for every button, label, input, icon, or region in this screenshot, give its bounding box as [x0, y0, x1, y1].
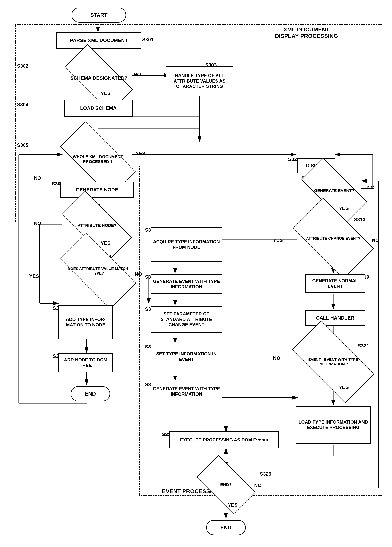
generate-node-label: GENERATE NODE: [76, 187, 118, 193]
schema-yes-label: YES: [101, 90, 111, 96]
attr-change-no-label: NO: [372, 237, 379, 243]
set-type-info-label: SET TYPE INFORMATION IN EVENT: [151, 351, 222, 362]
generate-event-type2-label: GENERATE EVENT WITH TYPE INFORMATION: [151, 386, 222, 397]
load-type-info-label: LOAD TYPE INFORMATION AND EXECUTE PROCES…: [296, 419, 370, 430]
set-parameter-shape: SET PARAMETER OF STANDARD ATTRIBUTE CHAN…: [151, 306, 222, 333]
handle-type-label: HANDLE TYPE OF ALL ATTRIBUTE VALUES AS C…: [166, 73, 233, 89]
call-handler-label: CALL HANDLER: [316, 315, 354, 321]
handle-type-shape: HANDLE TYPE OF ALL ATTRIBUTE VALUES AS C…: [166, 66, 233, 96]
execute-dom-label: EXECUTE PROCESSING AS DOM Events: [180, 437, 268, 443]
attr-change-yes-label: YES: [273, 237, 283, 243]
whole-yes-label: YES: [136, 151, 145, 157]
s301-label: S301: [142, 37, 154, 43]
generate-normal-shape: GENERATE NORMAL EVENT: [305, 274, 365, 293]
generate-event-label: GENERATE EVENT?: [314, 188, 354, 193]
add-type-info-label: ADD TYPE INFOR-MATION TO NODE: [59, 317, 113, 328]
execute-dom-shape: EXECUTE PROCESSING AS DOM Events: [169, 431, 279, 448]
attr-change-event-label: ATTRIBUTE CHANGE EVENT?: [306, 236, 360, 241]
schema-designated-label: SCHEMA DESIGNATED?: [70, 75, 127, 81]
diagram-container: XML DOCUMENT DISPLAY PROCESSING EVENT PR…: [0, 0, 392, 547]
set-type-info-shape: SET TYPE INFORMATION IN EVENT: [151, 344, 222, 369]
event-type-yes-label: YES: [339, 384, 349, 390]
gen-event-yes-label: YES: [339, 205, 349, 211]
load-schema-label: LOAD SCHEMA: [80, 105, 117, 111]
whole-xml-label: WHOLE XML DOCUMENT PROCESSED ?: [65, 154, 131, 164]
gen-event-no-label: NO: [367, 185, 374, 191]
s304-label: S304: [17, 102, 28, 108]
generate-normal-label: GENERATE NORMAL EVENT: [306, 278, 365, 289]
add-node-shape: ADD NODE TO DOM TREE: [58, 353, 113, 372]
add-type-info-shape: ADD TYPE INFOR-MATION TO NODE: [58, 305, 113, 339]
whole-no-label: NO: [34, 175, 41, 181]
load-schema-shape: LOAD SCHEMA: [64, 100, 133, 117]
end-bottom-left-shape: END: [71, 386, 110, 401]
does-attribute-label: DOES ATTRIBUTE VALUE MATCH TYPE?: [65, 267, 131, 275]
call-handler-shape: CALL HANDLER: [305, 310, 365, 326]
s305-label: S305: [17, 142, 28, 148]
acquire-type-label: ACQUIRE TYPE INFORMATION FROM NODE: [151, 239, 222, 250]
end-final-label: END: [220, 524, 231, 531]
add-node-label: ADD NODE TO DOM TREE: [59, 357, 113, 368]
start-shape: START: [72, 7, 126, 23]
xml-doc-label: XML DOCUMENT DISPLAY PROCESSING: [275, 26, 338, 39]
schema-no-label: NO: [134, 72, 141, 77]
end-q-label: END?: [220, 482, 232, 487]
load-type-info-shape: LOAD TYPE INFORMATION AND EXECUTE PROCES…: [296, 406, 371, 444]
parse-xml-shape: PARSE XML DOCUMENT: [56, 32, 141, 49]
attribute-node-label: ATTRIBUTE NODE?: [78, 223, 116, 228]
s325-label: S325: [260, 471, 271, 477]
attr-node-no-label: NO: [34, 220, 41, 226]
end-bottom-left-label: END: [85, 391, 96, 397]
generate-event-type2-shape: GENERATE EVENT WITH TYPE INFORMATION: [151, 382, 222, 401]
event-with-type-label: EVENT= EVENT WITH TYPE INFORMATION ?: [298, 357, 368, 366]
does-attr-yes-label: YES: [29, 273, 39, 279]
acquire-type-shape: ACQUIRE TYPE INFORMATION FROM NODE: [151, 227, 222, 262]
end-yes-label: YES: [228, 502, 238, 508]
end-no-label: NO: [254, 482, 261, 488]
s302-label: S302: [17, 63, 28, 69]
event-type-no-label: NO: [273, 355, 280, 361]
attr-node-yes-label: YES: [101, 240, 111, 246]
set-parameter-label: SET PARAMETER OF STANDARD ATTRIBUTE CHAN…: [151, 311, 222, 328]
parse-xml-label: PARSE XML DOCUMENT: [70, 37, 128, 43]
does-attr-no-label: NO: [135, 271, 142, 277]
generate-node-shape: GENERATE NODE: [60, 182, 134, 198]
start-label: START: [90, 12, 107, 18]
generate-event-type1-shape: GENERATE EVENT WITH TYPE INFORMATION: [151, 274, 222, 294]
end-final-shape: END: [206, 520, 246, 535]
generate-event-type1-label: GENERATE EVENT WITH TYPE INFORMATION: [151, 279, 222, 290]
